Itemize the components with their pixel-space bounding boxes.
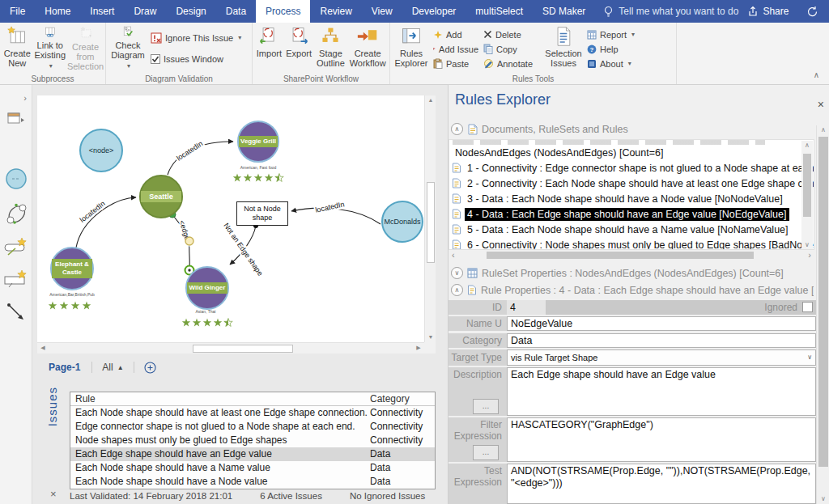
master-connector-shape[interactable] xyxy=(6,302,27,326)
issue-row-selected[interactable]: Each Edge shape should have an Edge valu… xyxy=(70,447,435,461)
paste-button[interactable]: Paste xyxy=(431,57,481,70)
page-tab-page1[interactable]: Page-1 xyxy=(37,362,91,373)
scroll-up-icon[interactable]: ∧ xyxy=(801,141,813,150)
node-elephant-castle[interactable]: Elephant & Castle xyxy=(50,247,94,290)
panel-vertical-scrollbar[interactable]: ∧ ∨ xyxy=(816,125,829,504)
tab-review[interactable]: Review xyxy=(310,0,361,23)
canvas-vertical-scrollbar[interactable]: ▲ ▼ xyxy=(424,95,436,342)
rules-list-horizontal-scrollbar[interactable]: ‹ › xyxy=(449,250,814,260)
test-expression-textarea[interactable]: AND(NOT(STRSAME(Prop.Edge, "")),NOT(STRS… xyxy=(507,464,816,504)
create-workflow-button[interactable]: Create Workflow xyxy=(347,24,388,71)
create-from-selection-button[interactable]: Create from Selection xyxy=(67,24,104,71)
check-diagram-button[interactable]: Check Diagram ▾ xyxy=(108,24,148,71)
delete-button[interactable]: Delete xyxy=(481,28,542,41)
report-button[interactable]: Report ▾ xyxy=(585,28,638,41)
column-header-rule[interactable]: Rule xyxy=(70,392,370,405)
issues-close-icon[interactable]: × xyxy=(50,489,57,499)
filter-expression-textarea[interactable]: HASCATEGORY("GraphEdge") xyxy=(507,417,816,462)
canvas-hscroll-thumb[interactable] xyxy=(193,345,293,353)
rules-explorer-button[interactable]: Rules Explorer xyxy=(392,24,431,71)
edge-mcdonalds-to-rect[interactable]: locatedIn xyxy=(291,200,380,224)
issue-row[interactable]: Each Node shape should have a Name value… xyxy=(70,461,435,475)
add-page-button[interactable] xyxy=(134,362,166,374)
target-type-select[interactable]: vis Rule Target Shape ∨ xyxy=(507,349,816,366)
export-button[interactable]: Export xyxy=(284,24,314,71)
issue-row[interactable]: Each Node shape should have a Node value… xyxy=(70,475,435,489)
section-ruleset-properties[interactable]: ∨ RuleSet Properties : NodesAndEdges (No… xyxy=(451,267,814,279)
tab-draw[interactable]: Draw xyxy=(124,0,166,23)
list-vscroll-thumb[interactable] xyxy=(803,154,811,217)
stage-outline-button[interactable]: Stage Outline xyxy=(314,24,348,71)
tab-design[interactable]: Design xyxy=(166,0,215,23)
add-issue-button[interactable]: Add Issue xyxy=(431,42,481,56)
not-a-node-rect[interactable]: Not a Node shape xyxy=(236,201,288,226)
scroll-up-icon[interactable]: ∧ xyxy=(817,125,829,135)
scroll-left-icon[interactable]: ‹ xyxy=(452,250,455,260)
ignore-this-issue-button[interactable]: Ignore This Issue ▾ xyxy=(148,31,244,44)
issue-row[interactable]: Each Node shape should have at least one… xyxy=(70,406,435,420)
node-mcdonalds[interactable]: McDonalds xyxy=(381,201,423,243)
node-node-placeholder[interactable]: <node> xyxy=(79,129,123,172)
list-hscroll-thumb[interactable] xyxy=(487,252,754,259)
selection-issues-button[interactable]: Selection Issues xyxy=(542,24,585,71)
rules-explorer-close-icon[interactable]: × xyxy=(818,98,824,111)
collapse-section-icon[interactable]: ∧ xyxy=(451,123,463,135)
scroll-left-icon[interactable]: ◀ xyxy=(37,343,49,353)
master-labelled-rect-shape[interactable] xyxy=(4,269,28,294)
issues-window-toggle[interactable]: Issues Window xyxy=(148,52,244,66)
share-button[interactable]: Share xyxy=(738,0,797,23)
column-header-category[interactable]: Category xyxy=(370,392,435,405)
copy-button[interactable]: Copy xyxy=(481,42,542,56)
tab-file[interactable]: File xyxy=(0,0,35,23)
rule-list-item[interactable]: 3 - Data : Each Node shape should have a… xyxy=(449,191,814,206)
tab-data[interactable]: Data xyxy=(216,0,256,23)
master-edge-shape[interactable] xyxy=(5,201,28,229)
issue-row[interactable]: Edge connector shape is not glued to a N… xyxy=(70,420,435,434)
expand-section-icon[interactable]: ∨ xyxy=(451,267,463,279)
create-new-button[interactable]: Create New xyxy=(2,24,33,71)
canvas-horizontal-scrollbar[interactable]: ◀ ▶ xyxy=(37,342,424,354)
rule-list-item-selected[interactable]: 4 - Data : Each Edge shape should have a… xyxy=(449,206,814,222)
annotate-button[interactable]: Annotate xyxy=(481,57,542,70)
ignored-checkbox[interactable] xyxy=(802,302,813,312)
link-to-existing-button[interactable]: Link to Existing ▾ xyxy=(33,24,67,71)
name-u-input[interactable]: NoEdgeValue xyxy=(507,316,816,331)
tab-developer[interactable]: Developer xyxy=(402,0,466,23)
all-pages-button[interactable]: All ▲ xyxy=(92,362,133,373)
edge-elephant-to-seattle[interactable]: locatedIn xyxy=(76,197,136,248)
collapse-section-icon[interactable]: ∧ xyxy=(451,284,463,296)
category-input[interactable]: Data xyxy=(507,333,816,348)
node-wild-ginger[interactable]: Wild Ginger xyxy=(185,266,229,310)
rules-list-vertical-scrollbar[interactable]: ∧ ∨ xyxy=(801,141,813,250)
scroll-down-icon[interactable]: ▼ xyxy=(425,332,436,342)
issue-row[interactable]: Node shapes must only be glued to Edge s… xyxy=(70,434,435,447)
scroll-down-icon[interactable]: ∨ xyxy=(817,494,829,504)
rule-list-item[interactable]: 1 - Connectivity : Edge connector shape … xyxy=(449,160,814,176)
issues-window-checkbox[interactable] xyxy=(151,54,160,64)
ruleset-list-item[interactable]: NodesAndEdges (NodesAndEdges) [Count=6] xyxy=(449,145,814,160)
edge-rect-to-wildginger[interactable]: Not an Edge shape xyxy=(222,222,264,277)
tab-insert[interactable]: Insert xyxy=(80,0,124,23)
section-rule-properties[interactable]: ∧ Rule Properties : 4 - Data : Each Edge… xyxy=(451,284,814,296)
about-button[interactable]: About ▾ xyxy=(585,57,638,70)
node-seattle[interactable]: Seattle xyxy=(139,175,183,218)
add-button[interactable]: Add xyxy=(431,28,481,41)
description-ellipsis-button[interactable]: ... xyxy=(473,399,499,414)
history-button[interactable] xyxy=(797,0,827,23)
tab-sd-maker[interactable]: SD Maker xyxy=(533,0,595,23)
edge-midpoint-handle[interactable] xyxy=(185,237,193,245)
tab-multiselect[interactable]: multiSelect xyxy=(466,0,533,23)
filter-ellipsis-button[interactable]: ... xyxy=(473,445,499,460)
tab-process[interactable]: Process xyxy=(256,0,310,23)
tab-home[interactable]: Home xyxy=(35,0,80,23)
scroll-right-icon[interactable]: ▶ xyxy=(413,343,424,353)
expand-shapes-icon[interactable]: › xyxy=(23,93,27,103)
tab-view[interactable]: View xyxy=(362,0,402,23)
import-button[interactable]: Import xyxy=(254,24,284,71)
node-veggie-grill[interactable]: Veggie Grill xyxy=(237,121,279,163)
master-node-shape[interactable] xyxy=(5,167,28,193)
rule-list-item[interactable]: 6 - Connectivity : Node shapes must only… xyxy=(449,237,814,250)
canvas-vscroll-thumb[interactable] xyxy=(427,182,435,263)
panel-vscroll-thumb[interactable] xyxy=(818,137,828,467)
rule-list-item[interactable]: 5 - Data : Each Node shape should have a… xyxy=(449,222,814,237)
